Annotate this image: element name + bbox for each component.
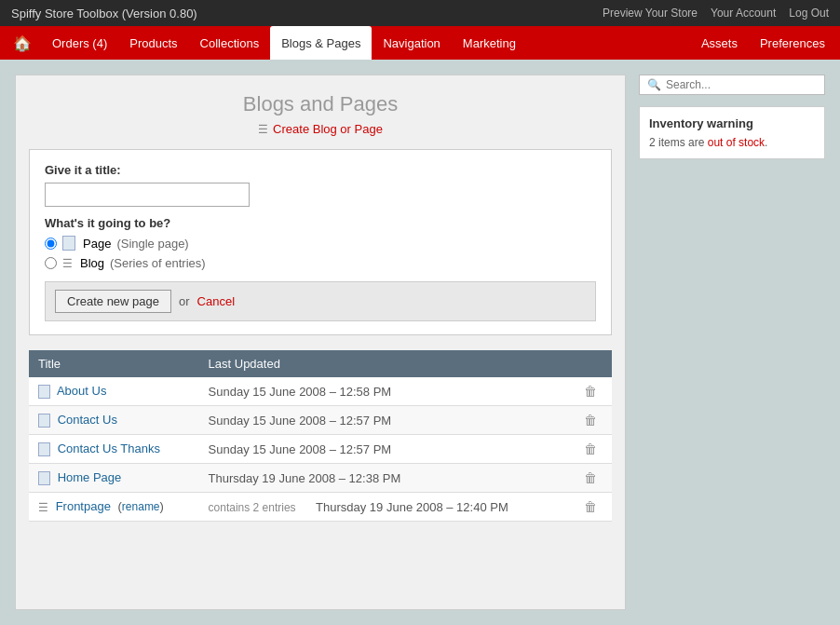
row-title-cell: Contact Us (29, 406, 199, 435)
page-radio[interactable] (45, 238, 57, 250)
type-label: What's it going to be? (45, 216, 596, 230)
sidebar: 🔍 Inventory warning 2 items are out of s… (639, 75, 825, 610)
search-box: 🔍 (639, 75, 825, 95)
entries-text: contains 2 entries (209, 501, 296, 514)
blog-type-icon: ☰ (62, 257, 73, 270)
row-title-cell: ☰ Frontpage (rename) (29, 493, 199, 522)
page-icon (38, 385, 50, 399)
logout-link[interactable]: Log Out (789, 7, 829, 20)
inventory-box: Inventory warning 2 items are out of sto… (639, 106, 825, 159)
delete-icon[interactable]: 🗑 (584, 384, 597, 399)
create-blog-page-link[interactable]: Create Blog or Page (273, 122, 383, 136)
top-bar-links: Preview Your Store Your Account Log Out (603, 7, 829, 20)
updated-date: Sunday 15 June 2008 – 12:57 PM (209, 414, 392, 428)
rename-link[interactable]: rename (122, 500, 160, 513)
page-header: Blogs and Pages (16, 75, 625, 122)
row-updated-cell: Sunday 15 June 2008 – 12:57 PM (199, 435, 575, 464)
row-delete-cell: 🗑 (575, 493, 612, 522)
page-title-input[interactable] (45, 183, 250, 207)
cancel-link[interactable]: Cancel (197, 294, 235, 308)
blog-icon: ☰ (38, 501, 48, 514)
nav-navigation[interactable]: Navigation (372, 26, 451, 60)
nav-orders[interactable]: Orders (4) (41, 26, 118, 60)
search-icon: 🔍 (647, 78, 661, 91)
table-row: ☰ Frontpage (rename) contains 2 entries … (29, 493, 612, 522)
main-layout: Blogs and Pages ☰ Create Blog or Page Gi… (0, 60, 840, 625)
out-of-stock-link[interactable]: out of stock (708, 136, 765, 149)
content-area: Blogs and Pages ☰ Create Blog or Page Gi… (15, 75, 626, 610)
blog-type-desc: (Series of entries) (110, 256, 206, 270)
page-title-link[interactable]: About Us (57, 384, 106, 398)
rename-close-paren: ) (160, 499, 164, 513)
page-title-link[interactable]: Home Page (58, 470, 122, 484)
inventory-prefix: 2 items are (649, 136, 708, 149)
col-title: Title (29, 350, 199, 377)
page-type-desc: (Single page) (116, 237, 188, 251)
nav-products[interactable]: Products (118, 26, 188, 60)
nav-right: Assets Preferences (690, 26, 836, 60)
table-row: Contact Us Sunday 15 June 2008 – 12:57 P… (29, 406, 612, 435)
row-updated-cell: Sunday 15 June 2008 – 12:58 PM (199, 377, 575, 406)
row-title-cell: Home Page (29, 464, 199, 493)
col-updated: Last Updated (199, 350, 575, 377)
page-icon (38, 414, 50, 428)
create-blog-link-row: ☰ Create Blog or Page (16, 122, 625, 136)
delete-icon[interactable]: 🗑 (584, 442, 597, 456)
page-title: Blogs and Pages (16, 92, 625, 116)
page-title-link[interactable]: Contact Us (58, 413, 117, 427)
nav-blogs-pages[interactable]: Blogs & Pages (270, 26, 372, 60)
updated-date: Sunday 15 June 2008 – 12:58 PM (209, 385, 392, 399)
blog-radio[interactable] (45, 257, 57, 269)
page-type-label: Page (83, 237, 111, 251)
blog-title-link[interactable]: Frontpage (56, 499, 111, 513)
pages-table: Title Last Updated About Us Sunday 15 Ju… (29, 350, 612, 522)
table-row: About Us Sunday 15 June 2008 – 12:58 PM … (29, 377, 612, 406)
nav-spacer (527, 26, 690, 60)
or-text: or (179, 294, 190, 308)
row-updated-cell: Thursday 19 June 2008 – 12:38 PM (199, 464, 575, 493)
nav-assets[interactable]: Assets (690, 26, 749, 60)
row-delete-cell: 🗑 (575, 464, 612, 493)
row-delete-cell: 🗑 (575, 377, 612, 406)
nav-home-icon[interactable]: 🏠 (4, 26, 41, 60)
row-title-cell: About Us (29, 377, 199, 406)
updated-date: Sunday 15 June 2008 – 12:57 PM (209, 442, 392, 456)
top-bar: Spiffy Store Toolbox (Version 0.80) Prev… (0, 0, 840, 26)
nav-marketing[interactable]: Marketing (452, 26, 527, 60)
inventory-title: Inventory warning (649, 116, 815, 130)
preview-store-link[interactable]: Preview Your Store (603, 7, 698, 20)
row-delete-cell: 🗑 (575, 406, 612, 435)
title-label: Give it a title: (45, 163, 596, 177)
inventory-suffix: . (765, 136, 767, 149)
your-account-link[interactable]: Your Account (711, 7, 776, 20)
updated-date: Thursday 19 June 2008 – 12:40 PM (316, 500, 508, 514)
search-input[interactable] (666, 78, 817, 91)
blog-radio-option: ☰ Blog (Series of entries) (45, 256, 596, 270)
table-body: About Us Sunday 15 June 2008 – 12:58 PM … (29, 377, 612, 522)
button-row: Create new page or Cancel (45, 281, 596, 321)
row-updated-cell: contains 2 entries Thursday 19 June 2008… (199, 493, 575, 522)
delete-icon[interactable]: 🗑 (584, 499, 597, 514)
col-delete (575, 350, 612, 377)
table-header-row: Title Last Updated (29, 350, 612, 377)
page-title-link[interactable]: Contact Us Thanks (58, 442, 160, 455)
page-type-icon (62, 236, 75, 251)
nav-preferences[interactable]: Preferences (749, 26, 836, 60)
nav-collections[interactable]: Collections (189, 26, 271, 60)
row-updated-cell: Sunday 15 June 2008 – 12:57 PM (199, 406, 575, 435)
page-radio-option: Page (Single page) (45, 236, 596, 251)
page-icon (38, 442, 50, 456)
row-delete-cell: 🗑 (575, 435, 612, 464)
table-row: Home Page Thursday 19 June 2008 – 12:38 … (29, 464, 612, 493)
updated-date: Thursday 19 June 2008 – 12:38 PM (209, 471, 401, 485)
delete-icon[interactable]: 🗑 (584, 470, 597, 485)
blog-type-label: Blog (80, 256, 104, 270)
inventory-text: 2 items are out of stock. (649, 136, 815, 149)
app-title: Spiffy Store Toolbox (Version 0.80) (11, 7, 197, 20)
create-new-page-button[interactable]: Create new page (55, 290, 171, 313)
delete-icon[interactable]: 🗑 (584, 413, 597, 428)
row-title-cell: Contact Us Thanks (29, 435, 199, 464)
list-icon: ☰ (258, 123, 268, 136)
page-icon (38, 471, 50, 485)
nav-bar: 🏠 Orders (4) Products Collections Blogs … (0, 26, 840, 60)
